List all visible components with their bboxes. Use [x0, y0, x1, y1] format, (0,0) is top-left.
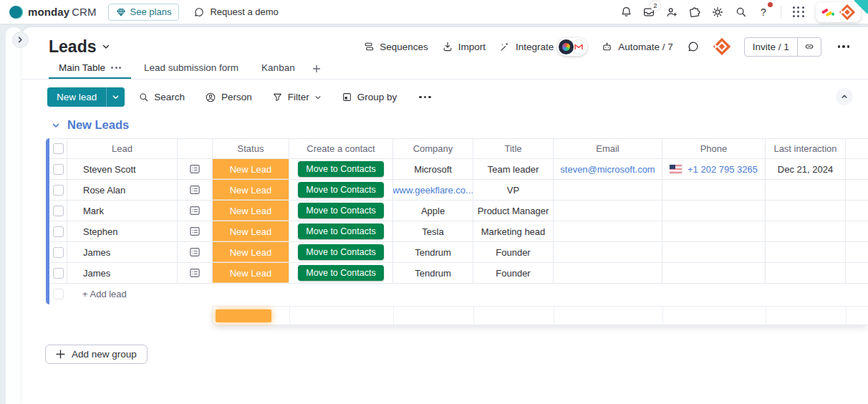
column-header-title[interactable]: Title: [473, 139, 553, 158]
filter-chevron-icon[interactable]: [314, 94, 322, 101]
row-checkbox[interactable]: [53, 226, 64, 237]
new-lead-split-button[interactable]: New lead: [47, 87, 125, 107]
column-header-company[interactable]: Company: [392, 139, 473, 158]
status-cell[interactable]: New Lead: [212, 242, 289, 262]
copy-link-icon[interactable]: [797, 38, 821, 56]
company-cell[interactable]: Microsoft: [392, 159, 473, 179]
tab-lead-submission-form[interactable]: Lead submission form: [134, 62, 249, 79]
board-title[interactable]: Leads: [49, 37, 110, 57]
status-distribution-bar[interactable]: [216, 309, 271, 322]
settings-gear-icon[interactable]: [708, 2, 728, 22]
updates-cell[interactable]: [177, 221, 212, 241]
inbox-tray-icon[interactable]: 2: [639, 2, 659, 22]
email-cell[interactable]: [553, 180, 662, 200]
expand-sidebar-button[interactable]: [12, 32, 29, 48]
search-button[interactable]: Search: [132, 87, 191, 107]
status-cell[interactable]: New Lead: [212, 159, 289, 179]
automate-button[interactable]: Automate / 7: [601, 41, 673, 53]
status-distribution-cell[interactable]: [213, 307, 289, 324]
updates-note-icon[interactable]: [188, 183, 201, 196]
company-cell[interactable]: www.geekflare.co...: [392, 180, 473, 200]
phone-cell[interactable]: [662, 180, 765, 200]
toolbar-more-icon[interactable]: [416, 93, 433, 101]
last-interaction-cell[interactable]: [765, 263, 845, 283]
last-interaction-cell[interactable]: [765, 221, 845, 241]
updates-cell[interactable]: [177, 242, 212, 262]
last-interaction-cell[interactable]: [765, 201, 845, 221]
sequences-button[interactable]: Sequences: [363, 41, 428, 52]
title-cell[interactable]: Product Manager: [473, 201, 553, 221]
company-cell[interactable]: Tendrum: [392, 263, 473, 283]
email-cell[interactable]: steven@microsoft.com: [553, 159, 662, 179]
move-to-contacts-button[interactable]: Move to Contacts: [298, 265, 383, 281]
phone-cell[interactable]: [662, 201, 765, 221]
row-checkbox[interactable]: [53, 164, 64, 175]
add-view-button[interactable]: [308, 64, 328, 79]
browser-extension-pill[interactable]: [816, 2, 861, 22]
updates-note-icon[interactable]: [188, 225, 201, 238]
move-to-contacts-button[interactable]: Move to Contacts: [298, 223, 383, 239]
row-checkbox[interactable]: [53, 247, 64, 258]
phone-cell[interactable]: [662, 242, 765, 262]
email-cell[interactable]: [553, 263, 662, 283]
move-to-contacts-button[interactable]: Move to Contacts: [298, 182, 383, 198]
move-to-contacts-button[interactable]: Move to Contacts: [298, 161, 383, 177]
monday-crm-logo[interactable]: mondayCRM: [9, 5, 97, 19]
lead-name-cell[interactable]: James: [67, 242, 177, 262]
email-cell[interactable]: [553, 242, 662, 262]
add-new-group-button[interactable]: Add new group: [45, 345, 148, 364]
last-interaction-cell[interactable]: [765, 180, 845, 200]
notifications-bell-icon[interactable]: [616, 2, 636, 22]
title-cell[interactable]: Team leader: [473, 159, 553, 179]
updates-note-icon[interactable]: [188, 163, 201, 175]
title-cell[interactable]: Founder: [473, 263, 553, 283]
move-to-contacts-button[interactable]: Move to Contacts: [298, 203, 383, 218]
column-header-phone[interactable]: Phone: [662, 139, 765, 158]
geekflare-extension-button[interactable]: [713, 38, 730, 55]
lead-name-cell[interactable]: Steven Scott: [67, 159, 177, 179]
tab-kanban[interactable]: Kanban: [251, 62, 305, 79]
collapse-header-button[interactable]: [836, 88, 853, 105]
lead-name-cell[interactable]: James: [67, 263, 177, 283]
lead-name-cell[interactable]: Rose Alan: [67, 180, 177, 200]
add-lead-row[interactable]: + Add lead: [49, 284, 868, 304]
status-cell[interactable]: New Lead: [212, 263, 289, 283]
lead-name-cell[interactable]: Stephen: [67, 221, 177, 241]
integrate-button[interactable]: Integrate: [499, 38, 587, 56]
invite-members-icon[interactable]: [662, 2, 682, 22]
help-icon[interactable]: ?: [753, 2, 773, 22]
updates-cell[interactable]: [177, 201, 212, 221]
move-to-contacts-button[interactable]: Move to Contacts: [298, 244, 383, 260]
integration-apps-pill[interactable]: [557, 38, 587, 56]
last-interaction-cell[interactable]: Dec 21, 2024: [765, 159, 845, 179]
import-button[interactable]: Import: [442, 41, 486, 52]
company-cell[interactable]: Apple: [392, 201, 473, 221]
phone-cell[interactable]: [662, 263, 765, 283]
phone-cell[interactable]: +1 202 795 3265: [662, 159, 765, 179]
filter-button[interactable]: Filter: [266, 87, 328, 107]
updates-cell[interactable]: [177, 263, 212, 283]
see-plans-button[interactable]: See plans: [108, 4, 180, 21]
search-icon[interactable]: [730, 2, 751, 22]
tab-options-icon[interactable]: [111, 67, 121, 69]
column-header-email[interactable]: Email: [553, 139, 662, 158]
group-by-button[interactable]: Group by: [335, 87, 404, 107]
lead-name-cell[interactable]: Mark: [67, 201, 177, 221]
invite-button[interactable]: Invite / 1: [744, 37, 821, 57]
company-cell[interactable]: Tesla: [392, 221, 473, 241]
email-cell[interactable]: [553, 201, 662, 221]
tab-main-table[interactable]: Main Table: [49, 62, 131, 79]
phone-cell[interactable]: [662, 221, 765, 241]
board-options-menu-icon[interactable]: [835, 42, 852, 50]
updates-note-icon[interactable]: [188, 204, 201, 217]
group-header[interactable]: New Leads: [52, 118, 129, 132]
updates-cell[interactable]: [177, 159, 212, 179]
title-cell[interactable]: VP: [473, 180, 553, 200]
column-header-last-interaction[interactable]: Last interaction: [765, 139, 845, 158]
status-cell[interactable]: New Lead: [212, 221, 289, 241]
group-collapse-chevron-icon[interactable]: [52, 121, 60, 130]
board-chat-button[interactable]: [687, 40, 700, 53]
select-all-checkbox[interactable]: [53, 143, 64, 154]
app-switcher-grid-icon[interactable]: [789, 2, 809, 22]
new-lead-dropdown-icon[interactable]: [106, 87, 125, 107]
